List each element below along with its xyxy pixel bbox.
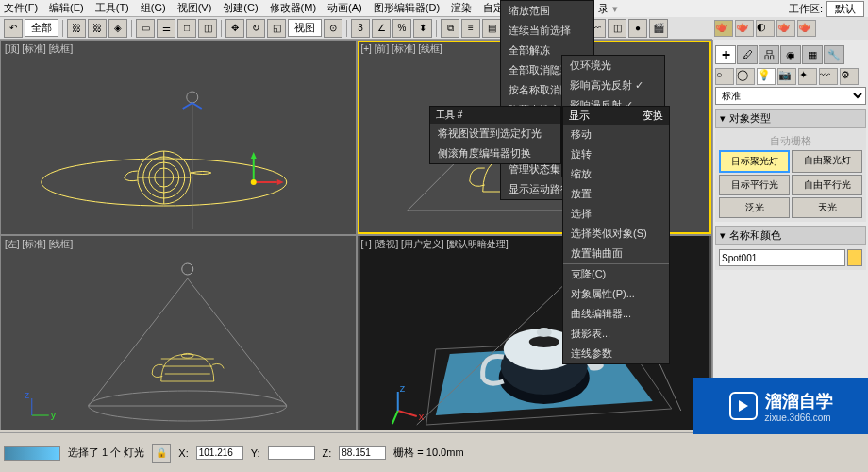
pivot-icon[interactable]: ⊙ — [324, 19, 342, 38]
teapot3-icon[interactable]: 🫖 — [776, 20, 795, 37]
mi-dopesheet[interactable]: 摄影表... — [563, 324, 669, 344]
angle-snap-icon[interactable]: ∠ — [372, 19, 391, 38]
material-icon[interactable]: ● — [628, 19, 647, 38]
mi-wireparam[interactable]: 连线参数 — [563, 344, 669, 363]
menu-tools[interactable]: 工具(T) — [95, 1, 129, 15]
mi-contsel[interactable]: 连续当前选择 — [501, 21, 593, 41]
tab-modify[interactable]: 🖊 — [737, 45, 758, 64]
tab-create[interactable]: ✚ — [715, 45, 736, 64]
mi-place[interactable]: 放置 — [563, 184, 669, 204]
mi-setview[interactable]: 将视图设置到选定灯光 — [430, 124, 560, 143]
time-slider[interactable] — [4, 446, 60, 461]
render-setup-icon[interactable]: 🎬 — [649, 19, 668, 38]
coord-y[interactable] — [268, 446, 315, 460]
mi-curveed[interactable]: 曲线编辑器... — [563, 304, 669, 324]
rollout-object-type[interactable]: ▾对象类型 — [715, 109, 866, 128]
mi-rotate[interactable]: 旋转 — [563, 144, 669, 164]
select-icon[interactable]: ▭ — [136, 19, 155, 38]
link-icon[interactable]: ⛓ — [67, 19, 86, 38]
undo-icon[interactable]: ↶ — [4, 19, 23, 38]
menu-views[interactable]: 视图(V) — [177, 1, 212, 15]
tab-display[interactable]: ▦ — [802, 45, 823, 64]
menu-graph[interactable]: 图形编辑器(D) — [374, 1, 440, 15]
workspace-bar: 录 ▾ 工作区: 默认 — [594, 0, 868, 17]
mi-scale[interactable]: 缩放 — [563, 164, 669, 184]
command-panel: ✚ 🖊 品 ◉ ▦ 🔧 ○ ◯ 💡 📷 ✦ 〰 ⚙ 标准 ▾对象类型 自动栅格 … — [712, 40, 868, 430]
cat-helpers-icon[interactable]: ✦ — [798, 68, 817, 85]
menu-create[interactable]: 创建(C) — [223, 1, 258, 15]
autogrid-label: 自动栅格 — [719, 132, 862, 150]
tab-hierarchy[interactable]: 品 — [759, 45, 779, 64]
spinner-snap-icon[interactable]: ⬍ — [413, 19, 432, 38]
filter-all[interactable]: 全部 — [25, 19, 58, 37]
tab-motion[interactable]: ◉ — [780, 45, 801, 64]
align-icon[interactable]: ≡ — [461, 19, 480, 38]
light-type-dropdown[interactable]: 标准 — [715, 87, 866, 105]
ref-coord[interactable]: 视图 — [288, 19, 322, 37]
coord-x[interactable] — [196, 446, 243, 460]
btn-skylight[interactable]: 天光 — [792, 197, 862, 218]
unlink-icon[interactable]: ⛓ — [88, 19, 107, 38]
rollout-name-color[interactable]: ▾名称和颜色 — [715, 226, 866, 245]
move-icon[interactable]: ✥ — [225, 19, 244, 38]
btn-target-spot[interactable]: 目标聚光灯 — [719, 150, 790, 173]
menu-animation[interactable]: 动画(A) — [327, 1, 362, 15]
snap-icon[interactable]: 3 — [351, 19, 370, 38]
quad-menu-transform[interactable]: 显示变换 移动 旋转 缩放 放置 选择 选择类似对象(S) 放置轴曲面 克隆(C… — [562, 106, 670, 364]
cat-geom-icon[interactable]: ○ — [715, 68, 734, 85]
quad-menu-tools[interactable]: 工具 # 将视图设置到选定灯光 侧滚角度编辑器切换 — [429, 106, 561, 164]
menu-group[interactable]: 组(G) — [141, 1, 166, 15]
menu-render[interactable]: 渲染 — [451, 1, 472, 15]
status-bar: 选择了 1 个 灯光 🔒 X: Y: Z: 栅格 = 10.0mm — [0, 432, 868, 472]
tab-utilities[interactable]: 🔧 — [824, 45, 844, 64]
viewport-top[interactable]: [顶] [标准] [线框] — [1, 41, 356, 234]
menu-modifiers[interactable]: 修改器(M) — [270, 1, 317, 15]
percent-snap-icon[interactable]: % — [392, 19, 411, 38]
coord-z[interactable] — [339, 446, 386, 460]
scale-icon[interactable]: ◱ — [267, 19, 286, 38]
teapot4-icon[interactable]: 🫖 — [797, 20, 816, 37]
mi-ambient[interactable]: 仅环境光 — [562, 56, 664, 76]
depot-icon[interactable]: ◐ — [756, 20, 775, 37]
bind-icon[interactable]: ◈ — [108, 19, 127, 38]
cat-lights-icon[interactable]: 💡 — [757, 68, 776, 85]
teapot-icon[interactable]: 🫖 — [714, 20, 733, 37]
select-rect-icon[interactable]: □ — [177, 19, 196, 38]
play-icon — [729, 392, 758, 420]
qm-hdr-xform: 变换 — [643, 109, 663, 123]
mi-zoomext[interactable]: 缩放范围 — [501, 1, 593, 21]
mi-placepivot[interactable]: 放置轴曲面 — [563, 244, 669, 263]
mi-roll[interactable]: 侧滚角度编辑器切换 — [430, 143, 560, 163]
menu-file[interactable]: 文件(F) — [4, 1, 38, 15]
object-color-swatch[interactable] — [847, 249, 862, 266]
btn-omni[interactable]: 泛光 — [719, 197, 790, 218]
mi-select[interactable]: 选择 — [563, 204, 669, 224]
window-cross-icon[interactable]: ◫ — [198, 19, 217, 38]
btn-target-direct[interactable]: 目标平行光 — [719, 175, 790, 195]
viewport-left[interactable]: [左] [标准] [线框] yz — [1, 236, 356, 430]
qm-hdr-tools: 工具 # — [430, 107, 560, 124]
mirror-icon[interactable]: ⧉ — [441, 19, 459, 38]
schematic-icon[interactable]: ◫ — [608, 19, 626, 38]
btn-free-spot[interactable]: 自由聚光灯 — [792, 150, 862, 173]
workspace-value[interactable]: 默认 — [826, 1, 864, 17]
menu-edit[interactable]: 编辑(E) — [49, 1, 84, 15]
object-name-field[interactable] — [719, 249, 845, 266]
cat-shapes-icon[interactable]: ◯ — [736, 68, 755, 85]
btn-free-direct[interactable]: 自由平行光 — [792, 175, 862, 195]
rotate-icon[interactable]: ↻ — [246, 19, 265, 38]
layer-icon[interactable]: ▤ — [482, 19, 501, 38]
vp-left-label: [左] [标准] [线框] — [5, 238, 73, 251]
select-name-icon[interactable]: ☰ — [157, 19, 175, 38]
vp-top-label: [顶] [标准] [线框] — [5, 42, 73, 56]
mi-spec[interactable]: 影响高光反射 ✓ — [562, 76, 664, 95]
lock-icon[interactable]: 🔒 — [152, 444, 171, 463]
mi-objprops[interactable]: 对象属性(P)... — [563, 284, 669, 304]
teapot2-icon[interactable]: 🫖 — [735, 20, 754, 37]
mi-move[interactable]: 移动 — [563, 125, 669, 144]
mi-selsimilar[interactable]: 选择类似对象(S) — [563, 224, 669, 244]
cat-spacewarp-icon[interactable]: 〰 — [819, 68, 838, 85]
mi-clone[interactable]: 克隆(C) — [563, 264, 669, 284]
cat-systems-icon[interactable]: ⚙ — [840, 68, 859, 85]
cat-cameras-icon[interactable]: 📷 — [777, 68, 796, 85]
